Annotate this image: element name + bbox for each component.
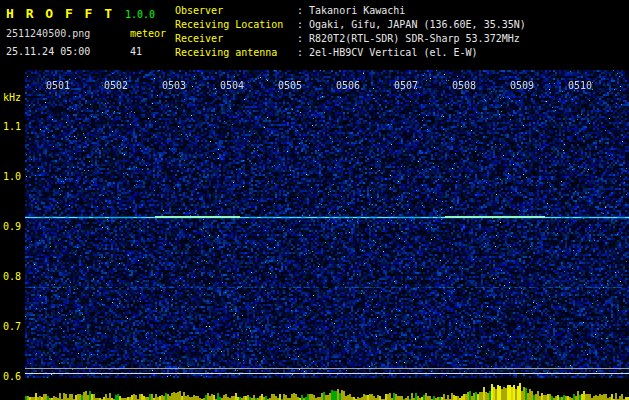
freq-tick-label: 0.9 — [3, 221, 21, 232]
mode-label: meteor — [130, 28, 166, 39]
date-row: 25.11.24 05:00 41 — [6, 40, 142, 59]
time-label: 0501 — [46, 80, 70, 91]
freq-tick-label: 0.7 — [3, 321, 21, 332]
hrofft-window: H R O F F T 1.0.0 2511240500.png meteor … — [0, 0, 629, 400]
freq-tick-label: 1.1 — [3, 121, 21, 132]
antenna-row: Receiving antenna : 2el-HB9CV Vertical (… — [175, 46, 625, 60]
output-filename: 2511240500.png — [6, 28, 90, 39]
receiver-label: Receiver — [175, 32, 297, 46]
time-label: 0510 — [568, 80, 592, 91]
antenna-label: Receiving antenna — [175, 46, 297, 60]
datetime-label: 25.11.24 05:00 — [6, 46, 90, 57]
location-row: Receiving Location : Ogaki, Gifu, JAPAN … — [175, 18, 625, 32]
observer-row: Observer : Takanori Kawachi — [175, 4, 625, 18]
time-label: 0503 — [162, 80, 186, 91]
title-row: H R O F F T 1.0.0 — [6, 3, 155, 22]
spectrogram-noise-canvas — [25, 70, 629, 378]
freq-tick-label: 0.6 — [3, 371, 21, 382]
station-info: Observer : Takanori Kawachi Receiving Lo… — [175, 4, 625, 60]
time-label: 0509 — [510, 80, 534, 91]
location-label: Receiving Location — [175, 18, 297, 32]
observer-label: Observer — [175, 4, 297, 18]
time-label: 0505 — [278, 80, 302, 91]
receiver-row: Receiver : R820T2(RTL-SDR) SDR-Sharp 53.… — [175, 32, 625, 46]
antenna-value: : 2el-HB9CV Vertical (el. E-W) — [297, 46, 478, 60]
freq-unit-label: kHz — [3, 92, 21, 103]
freq-tick-label: 1.0 — [3, 171, 21, 182]
observer-value: : Takanori Kawachi — [297, 4, 405, 18]
freq-tick-label: 0.8 — [3, 271, 21, 282]
time-label: 0506 — [336, 80, 360, 91]
time-label: 0508 — [452, 80, 476, 91]
file-row: 2511240500.png meteor — [6, 22, 166, 41]
app-version: 1.0.0 — [125, 9, 155, 20]
signal-level-bars-canvas — [25, 378, 629, 400]
location-value: : Ogaki, Gifu, JAPAN (136.60E, 35.35N) — [297, 18, 526, 32]
time-label: 0502 — [104, 80, 128, 91]
app-title: H R O F F T — [6, 6, 114, 21]
echo-count: 41 — [130, 46, 142, 57]
time-label: 0504 — [220, 80, 244, 91]
time-label: 0507 — [394, 80, 418, 91]
receiver-value: : R820T2(RTL-SDR) SDR-Sharp 53.372MHz — [297, 32, 520, 46]
